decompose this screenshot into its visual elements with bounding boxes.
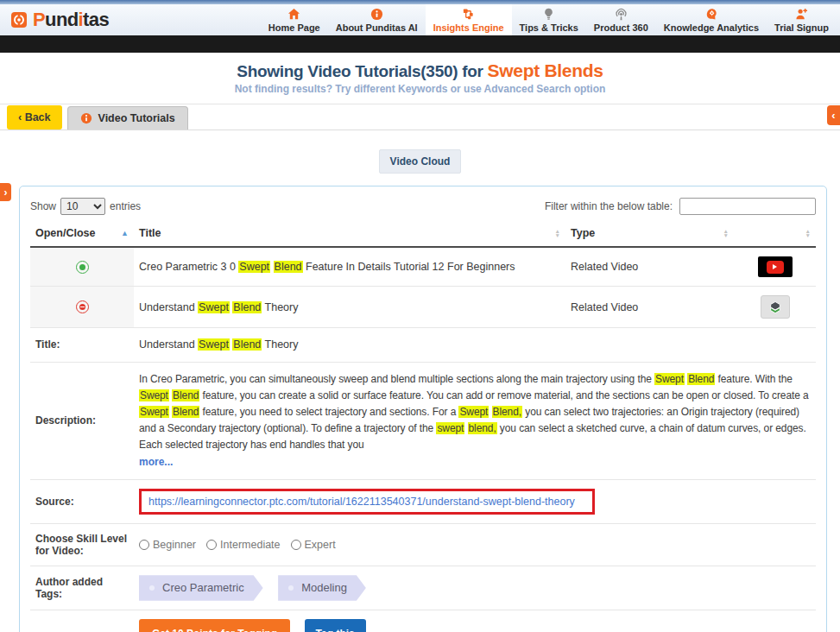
results-panel: Show 10 entries Filter within the below … <box>19 186 827 632</box>
detail-row-source: Source: https://learningconnector.ptc.co… <box>30 479 816 524</box>
detail-label: Title: <box>30 328 134 363</box>
detail-label: Description: <box>30 362 134 479</box>
table-row: Understand Swept Blend Theory Related Vi… <box>30 287 816 328</box>
row-title: Understand Swept Blend Theory <box>134 287 565 328</box>
author-tag-chip[interactable]: Modeling <box>278 575 366 601</box>
head-gear-icon <box>704 8 717 21</box>
radio-label: Beginner <box>153 537 196 553</box>
detail-label: Add Tags: <box>30 610 134 632</box>
info-icon <box>80 112 92 124</box>
nav-insights-engine[interactable]: Insights Engine <box>426 4 512 35</box>
table-controls: Show 10 entries Filter within the below … <box>30 198 816 215</box>
search-keyword: Swept Blends <box>488 60 603 80</box>
show-label: Show <box>30 200 56 212</box>
lightbulb-icon <box>542 8 555 21</box>
back-button[interactable]: ‹ Back <box>7 105 62 130</box>
radio-intermediate[interactable] <box>206 540 217 550</box>
sort-asc-icon[interactable]: ▲ <box>121 229 129 237</box>
nav-home-page[interactable]: Home Page <box>261 4 328 35</box>
page-subtitle: Not finding results? Try different Keywo… <box>0 83 840 95</box>
logo-text: Punditas <box>33 9 109 31</box>
youtube-icon[interactable] <box>758 256 793 277</box>
sort-icon[interactable]: ▲▼ <box>723 229 729 238</box>
user-plus-icon <box>795 8 808 21</box>
results-table: Open/Close▲ Title▲▼ Type▲▼ ▲▼ Creo Param… <box>30 224 816 632</box>
nav-trial-signup[interactable]: Trial Signup <box>767 4 837 35</box>
filter-input[interactable] <box>679 198 816 215</box>
detail-title-value: Understand Swept Blend Theory <box>134 328 816 363</box>
video-cloud-row: Video Cloud <box>0 149 840 174</box>
punditas-logo-icon <box>10 11 28 28</box>
col-open-close[interactable]: Open/Close▲ <box>30 224 134 247</box>
page-size-select[interactable]: 10 <box>60 198 105 215</box>
nav-about-punditas-ai[interactable]: About Punditas AI <box>328 4 426 35</box>
header-divider-bar <box>0 35 840 53</box>
chip-dot-icon <box>149 585 155 591</box>
chip-dot-icon <box>288 585 294 591</box>
detail-row-add-tags: Add Tags: Get 10 Points for Tagging Tag … <box>30 610 816 632</box>
nav-label: Insights Engine <box>433 22 504 33</box>
expand-sidebar-chevron[interactable]: › <box>0 183 11 201</box>
app-header: Punditas Home Page About Punditas AI Ins… <box>0 4 840 35</box>
description-text: In Creo Parametric, you can simultaneous… <box>139 371 811 453</box>
tag-this-button[interactable]: Tag this <box>305 619 366 632</box>
nav-knowledge-analytics[interactable]: Knowledge Analytics <box>656 4 767 35</box>
row-type: Related Video <box>565 247 734 287</box>
nav-label: Knowledge Analytics <box>664 22 759 33</box>
punditas-logo[interactable]: Punditas <box>0 4 109 35</box>
tab-label: Video Tutorials <box>98 112 175 124</box>
nav-label: About Punditas AI <box>336 22 418 33</box>
expand-row-icon[interactable] <box>76 261 89 274</box>
tag-label: Creo Parametric <box>162 579 244 597</box>
video-cloud-button[interactable]: Video Cloud <box>379 149 462 174</box>
sort-icon[interactable]: ▲▼ <box>555 229 560 238</box>
row-title: Creo Parametric 3 0 Swept Blend Feature … <box>134 247 565 287</box>
table-header-row: Open/Close▲ Title▲▼ Type▲▼ ▲▼ <box>30 224 816 247</box>
get-points-button[interactable]: Get 10 Points for Tagging <box>139 619 290 632</box>
nav-tips-tricks[interactable]: Tips & Tricks <box>512 4 586 35</box>
radio-label: Intermediate <box>220 537 280 553</box>
detail-label: Source: <box>30 479 134 524</box>
detail-row-title: Title: Understand Swept Blend Theory <box>30 328 816 363</box>
tab-video-tutorials[interactable]: Video Tutorials <box>67 106 188 130</box>
sort-icon[interactable]: ▲▼ <box>805 229 811 238</box>
results-hero: Showing Video Tutorials(350) for Swept B… <box>0 53 840 104</box>
info-icon <box>370 8 383 21</box>
more-link[interactable]: more... <box>139 454 173 470</box>
nav-label: Trial Signup <box>774 22 829 33</box>
add-tags-buttons: Get 10 Points for Tagging Tag this <box>139 619 811 632</box>
col-title[interactable]: Title▲▼ <box>134 224 565 247</box>
podcast-icon <box>615 8 628 21</box>
radio-expert[interactable] <box>291 540 301 550</box>
col-thumb[interactable]: ▲▼ <box>734 224 816 247</box>
home-icon <box>287 8 300 21</box>
detail-label: Author added Tags: <box>30 566 134 610</box>
detail-row-skill: Choose Skill Level for Video: Beginner I… <box>30 524 816 566</box>
main-nav: Home Page About Punditas AI Insights Eng… <box>261 4 840 35</box>
entries-label: entries <box>110 200 141 212</box>
filter-control: Filter within the below table: <box>545 198 816 215</box>
collapse-row-icon[interactable] <box>76 300 89 313</box>
table-row: Creo Parametric 3 0 Swept Blend Feature … <box>30 247 816 287</box>
detail-row-description: Description: In Creo Parametric, you can… <box>30 362 816 479</box>
nav-label: Tips & Tricks <box>520 22 578 33</box>
skill-level-radios: Beginner Intermediate Expert <box>139 537 811 553</box>
page-size-control: Show 10 entries <box>30 198 141 215</box>
radio-beginner[interactable] <box>139 540 149 550</box>
hexagon-logo-icon <box>768 300 782 314</box>
col-type[interactable]: Type▲▼ <box>565 224 734 247</box>
detail-row-author-tags: Author added Tags: Creo Parametric Model… <box>30 566 816 610</box>
detail-label: Choose Skill Level for Video: <box>30 524 134 566</box>
source-link[interactable]: https://learningconnector.ptc.com/tutori… <box>148 496 575 508</box>
learning-connector-icon[interactable] <box>761 295 790 319</box>
radio-label: Expert <box>305 537 336 553</box>
annotation-red-box: https://learningconnector.ptc.com/tutori… <box>139 489 595 515</box>
nav-label: Product 360 <box>594 22 648 33</box>
nav-label: Home Page <box>268 22 320 33</box>
tag-label: Modeling <box>301 579 347 597</box>
page-title: Showing Video Tutorials(350) for Swept B… <box>0 60 840 81</box>
row-type: Related Video <box>565 287 734 328</box>
author-tag-chip[interactable]: Creo Parametric <box>139 575 263 601</box>
collapse-panel-chevron[interactable]: ‹ <box>827 105 840 125</box>
nav-product-360[interactable]: Product 360 <box>586 4 656 35</box>
